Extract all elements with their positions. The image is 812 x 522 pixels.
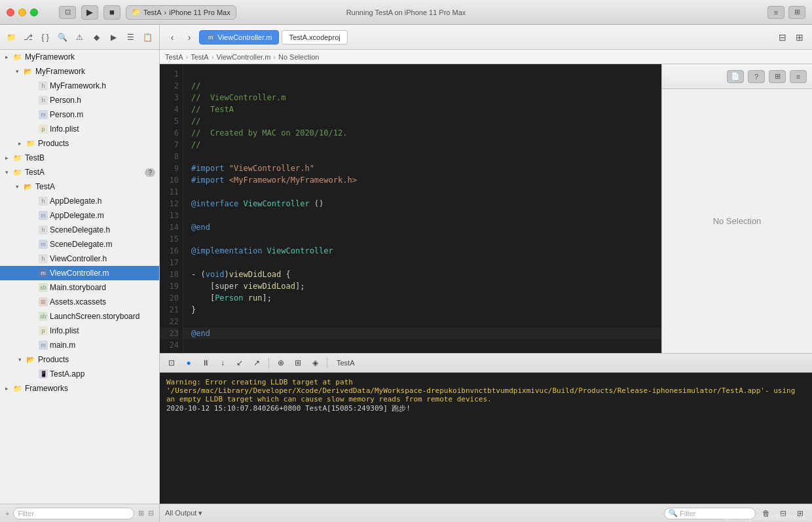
sidebar-item-info-plist2[interactable]: p Info.plist [0,324,159,338]
forward-button[interactable]: › [182,30,196,45]
file-icon-appdelegate-m: m [39,211,48,220]
test-nav-btn[interactable]: ◆ [89,30,103,45]
scheme-selector[interactable]: 📁 TestA › iPhone 11 Pro Max [126,5,236,20]
label-products2: Products [38,355,69,364]
sidebar-item-frameworks[interactable]: 📁 Frameworks [0,381,159,396]
debug-console-toggle[interactable]: ⊡ [165,356,178,369]
debug-filter-input[interactable]: 🔍 Filter [664,508,756,519]
activity-viewer[interactable]: ≡ [767,6,784,19]
tab-label-xcodeproj: TestA.xcodeproj [289,33,340,41]
sidebar-item-scenedelegate-m[interactable]: m SceneDelegate.m [0,237,159,252]
filter-options-icon: ⊟ [148,509,154,517]
label-testa-app: TestA.app [50,369,84,379]
output-label[interactable]: All Output ▾ [165,509,202,517]
titlebar-right: ≡ ⊞ [767,6,805,19]
find-nav-btn[interactable]: 🔍 [55,30,69,45]
label-appdelegate-h: AppDelegate.h [50,196,101,206]
report-btn[interactable]: 📋 [140,30,155,45]
label-products1: Products [38,139,69,148]
label-appdelegate-m: AppDelegate.m [50,211,104,220]
editor-inspector-row: 123456 789101112 131415161718 19202122 2… [160,64,812,353]
close-button[interactable] [7,9,14,16]
label-myframework-root: MyFramework [25,52,75,62]
label-main-m: main.m [50,341,75,350]
breadcrumb-viewcontroller-m[interactable]: ViewController.m [216,53,270,61]
debug-step-over[interactable]: ↓ [216,356,229,369]
debug-memory[interactable]: ⊕ [274,356,287,369]
inspector-icon1[interactable]: ⊞ [769,70,786,83]
breadcrumb-testa2[interactable]: TestA [191,53,209,61]
debug-console[interactable]: Warning: Error creating LLDB target at p… [160,373,812,504]
sidebar-item-main-m[interactable]: m main.m [0,338,159,352]
source-control-btn[interactable]: ⎇ [21,30,35,45]
arrow-testa [3,169,10,176]
sidebar-item-appdelegate-m[interactable]: m AppDelegate.m [0,208,159,223]
debug-simulate[interactable]: ⊞ [291,356,304,369]
arrow-products1 [16,140,24,147]
filter-input[interactable]: Filter [13,508,134,519]
sidebar-item-viewcontroller-h[interactable]: h ViewController.h [0,252,159,266]
file-icon-main-m: m [39,341,48,350]
debug-step-out[interactable]: ↗ [250,356,263,369]
symbol-nav-btn[interactable]: { } [38,30,52,45]
maximize-button[interactable] [30,9,38,16]
debug-footer-right: 🔍 Filter 🗑 ⊟ ⊞ [664,507,807,520]
sidebar-item-launchscreen[interactable]: sb LaunchScreen.storyboard [0,309,159,324]
breadcrumb-testa1[interactable]: TestA [165,53,183,61]
issue-nav-btn[interactable]: ⚠ [72,30,86,45]
debug-split-btn[interactable]: ⊟ [777,507,790,520]
sidebar-item-myframework-h[interactable]: h MyFramework.h [0,79,159,93]
label-scenedelegate-m: SceneDelegate.m [50,240,112,249]
tab-xcodeproj[interactable]: TestA.xcodeproj [282,30,347,45]
sidebar-item-assets[interactable]: ⊞ Assets.xcassets [0,295,159,309]
editor-layout-split[interactable]: ⊟ [775,30,790,45]
sidebar-item-myframework-child[interactable]: 📂 MyFramework [0,64,159,79]
quick-help-btn[interactable]: ? [748,70,765,83]
file-icon-main-storyboard: sb [39,283,48,292]
debug-pause-btn[interactable]: ⏸ [199,356,212,369]
debug-clear-btn[interactable]: 🗑 [760,507,773,520]
sidebar-item-viewcontroller-m[interactable]: m ViewController.m [0,266,159,280]
build-status: Running TestA on iPhone 11 Pro Max [346,9,466,16]
sidebar-item-scenedelegate-h[interactable]: h SceneDelegate.h [0,223,159,237]
project-nav-btn[interactable]: 📁 [4,30,18,45]
back-button[interactable]: ‹ [165,30,179,45]
sidebar-item-testa-app[interactable]: 📱 TestA.app [0,367,159,381]
debug-nav-btn[interactable]: ▶ [106,30,120,45]
label-myframework-h: MyFramework.h [50,81,106,90]
line-numbers: 123456 789101112 131415161718 19202122 2… [160,64,183,353]
sidebar-item-products2[interactable]: 📂 Products [0,352,159,367]
sidebar-toggle-button[interactable]: ⊡ [59,6,76,19]
file-inspector-btn[interactable]: 📄 [727,70,744,83]
breakpoint-btn[interactable]: ☰ [123,30,138,45]
code-editor-area: 123456 789101112 131415161718 19202122 2… [160,64,661,353]
file-icon-appdelegate-h: h [39,196,48,206]
run-button[interactable]: ▶ [81,5,98,20]
sidebar-item-products1[interactable]: 📁 Products [0,136,159,151]
sidebar-item-person-h[interactable]: h Person.h [0,93,159,107]
editor-layout-canvas[interactable]: ⊞ [792,30,807,45]
label-myframework-child: MyFramework [35,67,85,76]
folder-icon-myframework-child: 📂 [23,66,33,77]
minimize-button[interactable] [18,9,26,16]
debug-location[interactable]: ◈ [308,356,322,369]
folder-icon-testa-child: 📂 [23,181,33,192]
debug-run-btn[interactable]: ● [182,356,195,369]
inspector-icon2[interactable]: ≡ [790,70,807,83]
code-editor[interactable]: // // ViewController.m // TestA // // Cr… [183,64,661,353]
debug-expand-btn[interactable]: ⊞ [794,507,807,520]
sidebar-item-main-storyboard[interactable]: sb Main.storyboard [0,280,159,295]
stop-button[interactable]: ■ [103,5,120,20]
sidebar-item-testb[interactable]: 📁 TestB [0,151,159,165]
sidebar-item-testa-child[interactable]: 📂 TestA [0,179,159,194]
filter-icon: + [5,510,9,517]
breadcrumb-no-selection: No Selection [278,53,319,61]
sidebar-item-myframework-root[interactable]: 📁 MyFramework [0,50,159,64]
debug-step-into[interactable]: ↙ [233,356,246,369]
sidebar-item-testa[interactable]: 📁 TestA ? [0,165,159,179]
sidebar-item-appdelegate-h[interactable]: h AppDelegate.h [0,194,159,208]
tab-viewcontroller-m[interactable]: m ViewController.m [199,30,279,45]
sidebar-item-person-m[interactable]: m Person.m [0,107,159,122]
sidebar-item-info-plist1[interactable]: p Info.plist [0,122,159,136]
layout-toggle[interactable]: ⊞ [788,6,805,19]
